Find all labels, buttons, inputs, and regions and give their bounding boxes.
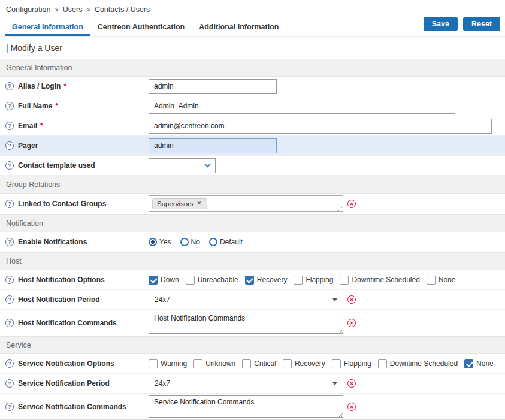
checkbox-icon (294, 276, 303, 285)
pager-input[interactable] (149, 138, 277, 153)
checkbox-label: Down (161, 276, 179, 284)
help-icon[interactable] (5, 238, 14, 246)
radio-yes[interactable]: Yes (149, 238, 171, 246)
tab-actions: Save Reset (424, 17, 500, 36)
checkbox-service-warning[interactable]: Warning (149, 359, 187, 368)
service-notification-period-select[interactable]: 24x7 (149, 376, 343, 391)
reset-button[interactable]: Reset (463, 17, 500, 31)
service-notification-period-value: 24x7 (155, 379, 170, 388)
tab-centreon-authentication[interactable]: Centreon Authentication (90, 17, 192, 36)
checkbox-service-unknown[interactable]: Unknown (193, 359, 235, 368)
field-cell-pager (149, 138, 505, 153)
help-icon[interactable] (5, 276, 14, 284)
help-icon[interactable] (5, 403, 14, 411)
tab-general-information[interactable]: General Information (5, 17, 90, 36)
field-label-text: Email (18, 122, 37, 130)
radio-label: Yes (159, 238, 171, 246)
clear-icon[interactable] (347, 200, 356, 208)
help-icon[interactable] (5, 359, 14, 368)
field-row-service-notification-period: Service Notification Period 24x7 (0, 374, 505, 394)
field-cell-host-notification-commands: Host Notification Commands (149, 312, 505, 334)
checkbox-host-unreachable[interactable]: Unreachable (186, 276, 238, 285)
checkbox-host-down[interactable]: Down (149, 276, 179, 285)
field-row-pager: Pager (0, 136, 505, 156)
caret-down-icon (332, 298, 337, 301)
checkbox-service-flapping[interactable]: Flapping (332, 359, 371, 368)
tag-remove-icon[interactable] (197, 201, 202, 207)
field-label-pager: Pager (0, 141, 149, 150)
radio-no[interactable]: No (180, 238, 200, 246)
field-label-text: Service Notification Commands (18, 403, 126, 411)
checkbox-label: Warning (161, 359, 187, 368)
field-row-email: Email * (0, 116, 505, 136)
field-cell-email (149, 119, 505, 134)
field-row-full-name: Full Name * (0, 96, 505, 116)
checkbox-service-recovery[interactable]: Recovery (283, 359, 325, 368)
radio-icon (180, 238, 189, 246)
tag-supervisors: Supervisors (152, 198, 207, 209)
checkbox-service-none[interactable]: None (464, 359, 494, 368)
radio-default[interactable]: Default (209, 238, 243, 246)
checkbox-host-downtime-scheduled[interactable]: Downtime Scheduled (340, 276, 419, 285)
field-row-enable-notifications: Enable Notifications Yes No Default (0, 232, 505, 252)
breadcrumb-item-configuration[interactable]: Configuration (6, 5, 50, 14)
host-notification-commands-input[interactable]: Host Notification Commands (149, 312, 343, 334)
help-icon[interactable] (5, 141, 14, 150)
help-icon[interactable] (5, 82, 14, 90)
clear-icon[interactable] (347, 403, 356, 411)
clear-icon[interactable] (347, 319, 356, 327)
full-name-input[interactable] (149, 99, 455, 114)
field-label-host-notification-commands: Host Notification Commands (0, 319, 149, 327)
checkbox-service-downtime-scheduled[interactable]: Downtime Scheduled (378, 359, 458, 368)
page-title: | Modify a User (0, 37, 505, 59)
checkbox-icon (340, 276, 349, 285)
checkbox-label: Downtime Scheduled (352, 276, 419, 284)
checkbox-service-critical[interactable]: Critical (242, 359, 276, 368)
help-icon[interactable] (5, 122, 14, 130)
help-icon[interactable] (5, 161, 14, 170)
field-label-text: Service Notification Period (18, 379, 110, 388)
checkbox-host-recovery[interactable]: Recovery (245, 276, 288, 285)
field-label-host-notification-options: Host Notification Options (0, 276, 149, 284)
field-cell-service-notification-period: 24x7 (149, 376, 505, 391)
save-button[interactable]: Save (424, 17, 458, 31)
contact-template-select[interactable] (149, 158, 216, 173)
tab-additional-information[interactable]: Additional Information (192, 17, 286, 36)
checkbox-icon (193, 359, 202, 368)
field-cell-enable-notifications: Yes No Default (149, 238, 505, 246)
checkbox-icon (283, 359, 292, 368)
checkbox-icon (427, 276, 436, 285)
help-icon[interactable] (5, 379, 14, 388)
field-label-text: Host Notification Commands (18, 319, 117, 327)
alias-input[interactable] (149, 79, 277, 94)
breadcrumb-item-contacts-users[interactable]: Contacts / Users (95, 5, 150, 14)
field-row-contact-groups: Linked to Contact Groups Supervisors (0, 194, 505, 214)
checkbox-host-flapping[interactable]: Flapping (294, 276, 333, 285)
breadcrumb-item-users[interactable]: Users (63, 5, 83, 14)
checkbox-label: Recovery (257, 276, 288, 284)
help-icon[interactable] (5, 200, 14, 208)
checkbox-label: Downtime Scheduled (390, 359, 458, 368)
clear-icon[interactable] (347, 379, 356, 388)
checkbox-icon (245, 276, 254, 285)
breadcrumb: Configuration > Users > Contacts / Users (0, 0, 505, 15)
help-icon[interactable] (5, 319, 14, 327)
field-label-service-notification-period: Service Notification Period (0, 379, 149, 388)
service-notification-commands-input[interactable]: Service Notification Commands (149, 395, 343, 418)
host-notification-period-select[interactable]: 24x7 (149, 292, 343, 307)
email-input[interactable] (149, 119, 492, 134)
textarea-wrap: Host Notification Commands (149, 312, 343, 334)
help-icon[interactable] (5, 295, 14, 304)
resize-handle[interactable] (337, 206, 342, 211)
field-label-text: Contact template used (18, 161, 95, 170)
section-header-host: Host (0, 252, 505, 270)
checkbox-host-none[interactable]: None (427, 276, 456, 285)
section-header-general: General Information (0, 59, 505, 77)
clear-icon[interactable] (347, 295, 356, 304)
field-cell-host-notification-period: 24x7 (149, 292, 505, 307)
checkbox-icon (378, 359, 387, 368)
checkbox-label: None (439, 276, 456, 284)
help-icon[interactable] (5, 102, 14, 110)
contact-groups-input[interactable]: Supervisors (149, 195, 343, 212)
checkbox-icon (149, 276, 158, 285)
